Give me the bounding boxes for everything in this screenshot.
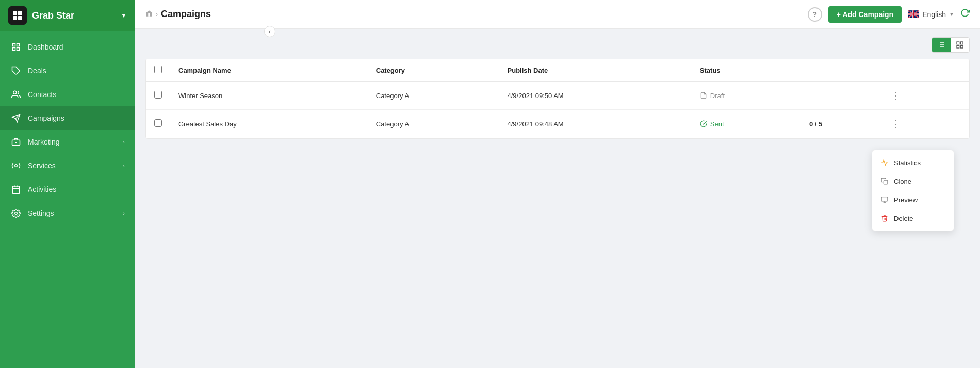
menu-item-clone-label: Clone: [894, 178, 911, 185]
row2-checkbox[interactable]: [154, 119, 162, 127]
col-category: Category: [368, 59, 499, 82]
table-row: Winter Season Category A 4/9/2021 09:50 …: [146, 82, 969, 110]
menu-item-delete[interactable]: Delete: [872, 209, 954, 228]
delete-icon: [880, 214, 889, 222]
menu-item-clone[interactable]: Clone: [872, 172, 954, 190]
sidebar-item-label-dashboard: Dashboard: [28, 43, 125, 51]
services-icon: [10, 160, 22, 171]
deals-icon: [10, 65, 22, 76]
app-name: Grab Star: [32, 10, 121, 21]
draft-icon: [700, 92, 707, 99]
svg-rect-4: [12, 43, 15, 46]
clone-icon: [880, 177, 889, 185]
row1-count: [801, 82, 879, 110]
svg-rect-29: [960, 45, 963, 48]
sidebar-item-label-campaigns: Campaigns: [28, 114, 125, 122]
preview-icon: [880, 196, 889, 204]
sent-icon: [700, 120, 707, 127]
row2-category: Category A: [368, 110, 499, 138]
row1-action-button[interactable]: ⋮: [887, 89, 905, 102]
row2-checkbox-cell: [146, 110, 170, 138]
svg-point-19: [15, 212, 18, 215]
statistics-icon: [880, 158, 889, 167]
language-label: English: [922, 10, 946, 19]
context-menu: Statistics Clone Preview: [872, 150, 954, 231]
sidebar-collapse-button[interactable]: ‹: [264, 26, 275, 37]
row2-status-text: Sent: [710, 120, 724, 128]
campaigns-table: Campaign Name Category Publish Date Stat…: [145, 59, 970, 139]
topbar-actions: ? + Add Campaign English ▼: [808, 6, 970, 23]
col-actions: [879, 59, 969, 82]
page-title: Campaigns: [161, 9, 211, 20]
svg-rect-30: [957, 45, 959, 48]
help-button[interactable]: ?: [808, 7, 822, 22]
view-toggle: [932, 37, 970, 53]
language-selector[interactable]: English ▼: [908, 10, 954, 19]
col-count: [801, 59, 879, 82]
breadcrumb-separator: ›: [156, 11, 158, 18]
language-chevron-icon: ▼: [949, 11, 954, 17]
sidebar-item-services[interactable]: Services ›: [0, 154, 135, 178]
menu-item-preview[interactable]: Preview: [872, 190, 954, 209]
marketing-icon: [10, 136, 22, 148]
settings-arrow-icon: ›: [123, 210, 125, 216]
app-header[interactable]: Grab Star ▼: [0, 0, 135, 31]
svg-rect-31: [884, 180, 888, 184]
contacts-icon: [10, 89, 22, 100]
row2-status: Sent: [692, 110, 801, 138]
svg-rect-3: [18, 16, 22, 20]
uk-flag-icon: [908, 10, 919, 18]
sidebar-item-label-deals: Deals: [28, 67, 125, 75]
svg-rect-0: [13, 11, 17, 15]
breadcrumb-home-icon[interactable]: [145, 10, 153, 19]
svg-rect-28: [960, 42, 963, 44]
sidebar-item-contacts[interactable]: Contacts: [0, 83, 135, 106]
col-campaign-name: Campaign Name: [170, 59, 368, 82]
sidebar-nav: Dashboard Deals Contacts: [0, 31, 135, 368]
sidebar-item-campaigns[interactable]: Campaigns: [0, 106, 135, 130]
svg-rect-27: [957, 42, 959, 44]
sidebar-item-settings[interactable]: Settings ›: [0, 201, 135, 225]
add-campaign-button[interactable]: + Add Campaign: [828, 6, 902, 23]
row1-campaign-name: Winter Season: [170, 82, 368, 110]
sidebar-item-deals[interactable]: Deals: [0, 59, 135, 83]
row1-category: Category A: [368, 82, 499, 110]
row1-checkbox-cell: [146, 82, 170, 110]
select-all-header: [146, 59, 170, 82]
row2-campaign-name: Greatest Sales Day: [170, 110, 368, 138]
sidebar-item-label-contacts: Contacts: [28, 90, 125, 99]
menu-item-delete-label: Delete: [894, 215, 913, 222]
settings-icon: [10, 207, 22, 219]
row2-action-button[interactable]: ⋮: [887, 117, 905, 131]
svg-rect-1: [18, 11, 22, 15]
app-chevron-icon: ▼: [121, 12, 127, 19]
row2-publish-date: 4/9/2021 09:48 AM: [499, 110, 692, 138]
select-all-checkbox[interactable]: [154, 66, 162, 73]
menu-item-statistics-label: Statistics: [894, 159, 921, 167]
activities-icon: [10, 184, 22, 195]
card-view-button[interactable]: [951, 38, 969, 52]
table-row: Greatest Sales Day Category A 4/9/2021 0…: [146, 110, 969, 138]
row1-checkbox[interactable]: [154, 91, 162, 99]
menu-item-statistics[interactable]: Statistics: [872, 153, 954, 172]
sidebar-item-dashboard[interactable]: Dashboard: [0, 35, 135, 59]
row1-status-badge: Draft: [700, 92, 793, 100]
sidebar-item-activities[interactable]: Activities: [0, 178, 135, 201]
row1-status-text: Draft: [710, 92, 725, 100]
col-status: Status: [692, 59, 801, 82]
main-content: ‹ › Campaigns ? + Add Campaign: [135, 0, 980, 368]
list-view-button[interactable]: [932, 38, 951, 52]
sidebar-item-label-settings: Settings: [28, 209, 123, 217]
svg-point-14: [15, 165, 18, 167]
svg-rect-2: [13, 16, 17, 20]
row2-count: 0 / 5: [801, 110, 879, 138]
refresh-button[interactable]: [960, 8, 970, 20]
svg-rect-7: [17, 48, 20, 51]
row1-status: Draft: [692, 82, 801, 110]
sidebar-item-marketing[interactable]: Marketing ›: [0, 130, 135, 154]
row2-status-badge: Sent: [700, 120, 793, 128]
content-area: Campaign Name Category Publish Date Stat…: [135, 29, 980, 368]
col-publish-date: Publish Date: [499, 59, 692, 82]
breadcrumb: › Campaigns: [145, 9, 808, 20]
svg-rect-15: [12, 186, 20, 194]
